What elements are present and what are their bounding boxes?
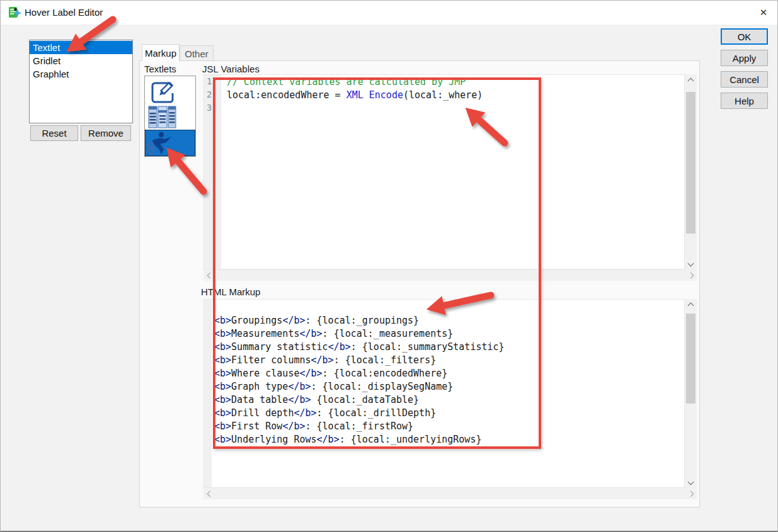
scroll-left-icon[interactable] bbox=[203, 488, 214, 499]
code-line: // Context variables are calculated by J… bbox=[227, 76, 684, 89]
code-line: <b>Where clause</b>: {local:encodedWhere… bbox=[214, 367, 684, 380]
scroll-down-icon[interactable] bbox=[685, 259, 697, 269]
code-line: <b>Groupings</b>: {local:_groupings} bbox=[214, 314, 684, 327]
code-line: <b>First Row</b>: {local:_firstRow} bbox=[214, 420, 684, 433]
tab-markup[interactable]: Markup bbox=[142, 44, 180, 61]
apply-button[interactable]: Apply bbox=[721, 50, 768, 66]
code-line: <b>Data table</b> {local:_dataTable} bbox=[214, 393, 684, 407]
list-item-textlet[interactable]: Textlet bbox=[30, 41, 132, 54]
tab-other[interactable]: Other bbox=[180, 45, 214, 61]
textlets-label: Textlets bbox=[144, 64, 176, 74]
title-bar: Hover Label Editor ✕ bbox=[1, 1, 777, 25]
remove-button[interactable]: Remove bbox=[81, 125, 131, 141]
html-code-lines: <b>Groupings</b>: {local:_groupings}<b>M… bbox=[214, 301, 684, 446]
script-runner-icon-selected[interactable] bbox=[145, 130, 195, 156]
scroll-right-icon[interactable] bbox=[686, 269, 697, 281]
jsl-horizontal-scrollbar[interactable] bbox=[203, 269, 697, 281]
code-line: <b>Summary statistic</b>: {local:_summar… bbox=[214, 341, 684, 354]
scroll-down-icon[interactable] bbox=[685, 477, 697, 488]
code-line: <b>Graph type</b>: {local:_displaySegNam… bbox=[214, 380, 684, 393]
code-line: <b>Underlying Rows</b>: {local:_underlyi… bbox=[214, 433, 684, 446]
line-number: 3 bbox=[204, 101, 221, 115]
code-line bbox=[227, 102, 684, 115]
hover-label-editor-window: Hover Label Editor ✕ Textlet Gridlet Gra… bbox=[0, 0, 778, 532]
close-icon[interactable]: ✕ bbox=[752, 4, 775, 21]
html-vertical-scrollbar[interactable] bbox=[685, 299, 697, 488]
scroll-up-icon[interactable] bbox=[685, 74, 697, 85]
ok-button[interactable]: OK bbox=[721, 28, 768, 45]
code-line: local:encodedWhere = XML Encode(local:_w… bbox=[227, 89, 684, 102]
code-line bbox=[214, 301, 684, 314]
jsl-vscroll-thumb[interactable] bbox=[686, 92, 695, 234]
scroll-right-icon[interactable] bbox=[686, 488, 697, 499]
code-line: <b>Filter columns</b>: {local:_filters} bbox=[214, 354, 684, 367]
code-line: <b>Drill depth</b>: {local:_drillDepth} bbox=[214, 407, 684, 420]
html-gutter bbox=[204, 300, 212, 487]
line-number: 2 bbox=[204, 88, 221, 101]
script-runner-icon bbox=[146, 130, 175, 156]
jsl-code-lines: // Context variables are calculated by J… bbox=[227, 76, 684, 115]
html-markup-label: HTML Markup bbox=[201, 286, 260, 297]
scroll-left-icon[interactable] bbox=[203, 269, 214, 281]
help-button[interactable]: Help bbox=[721, 93, 768, 109]
html-horizontal-scrollbar[interactable] bbox=[203, 488, 697, 499]
line-number: 1 bbox=[204, 75, 221, 88]
code-line: <b>Measurements</b>: {local:_measurement… bbox=[214, 327, 684, 341]
gridlet-table-icon[interactable] bbox=[147, 105, 179, 129]
list-item-gridlet[interactable]: Gridlet bbox=[30, 54, 132, 67]
window-title: Hover Label Editor bbox=[25, 7, 103, 18]
jsl-variables-label: JSL Variables bbox=[202, 64, 260, 74]
jsl-vertical-scrollbar[interactable] bbox=[685, 74, 697, 269]
hover-label-type-list: Textlet Gridlet Graphlet bbox=[29, 40, 133, 123]
reset-button[interactable]: Reset bbox=[30, 125, 78, 141]
cancel-button[interactable]: Cancel bbox=[721, 71, 768, 88]
app-icon bbox=[8, 6, 22, 20]
scroll-up-icon[interactable] bbox=[685, 299, 697, 310]
edit-textlet-icon[interactable] bbox=[150, 81, 175, 105]
html-vscroll-thumb[interactable] bbox=[686, 314, 695, 404]
html-markup-editor[interactable]: <b>Groupings</b>: {local:_groupings}<b>M… bbox=[203, 299, 685, 488]
jsl-gutter: 123 bbox=[204, 75, 221, 269]
list-item-graphlet[interactable]: Graphlet bbox=[30, 67, 132, 81]
jsl-variables-editor[interactable]: 123 // Context variables are calculated … bbox=[203, 74, 685, 269]
